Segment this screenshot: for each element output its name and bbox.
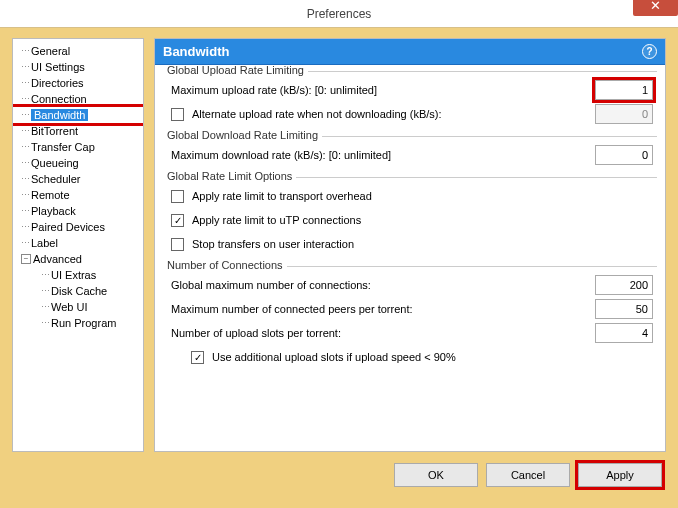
tree-item-remote[interactable]: ⋯Remote [13,187,143,203]
group-title-download: Global Download Rate Limiting [163,129,322,141]
tree-item-general[interactable]: ⋯General [13,43,143,59]
apply-button[interactable]: Apply [578,463,662,487]
tree-item-queueing[interactable]: ⋯Queueing [13,155,143,171]
tree-dots-icon: ⋯ [41,286,49,296]
close-icon: ✕ [650,0,661,13]
close-button[interactable]: ✕ [633,0,678,16]
limit-overhead-checkbox[interactable] [171,190,184,203]
extra-slots-checkbox[interactable]: ✓ [191,351,204,364]
tree-item-disk-cache[interactable]: ⋯Disk Cache [13,283,143,299]
tree-item-label[interactable]: ⋯Label [13,235,143,251]
alt-upload-label: Alternate upload rate when not downloadi… [192,108,591,120]
group-title-limits: Global Rate Limit Options [163,170,296,182]
tree-dots-icon: ⋯ [21,110,29,120]
tree-item-bandwidth[interactable]: ⋯Bandwidth [13,107,143,123]
extra-slots-label: Use additional upload slots if upload sp… [212,351,653,363]
dialog-footer: OK Cancel Apply [0,460,678,498]
ok-button[interactable]: OK [394,463,478,487]
tree-dots-icon: ⋯ [21,62,29,72]
limit-overhead-label: Apply rate limit to transport overhead [192,190,653,202]
tree-item-web-ui[interactable]: ⋯Web UI [13,299,143,315]
tree-dots-icon: ⋯ [41,318,49,328]
tree-dots-icon: ⋯ [21,46,29,56]
tree-item-bittorrent[interactable]: ⋯BitTorrent [13,123,143,139]
tree-dots-icon: ⋯ [21,142,29,152]
tree-item-scheduler[interactable]: ⋯Scheduler [13,171,143,187]
tree-item-playback[interactable]: ⋯Playback [13,203,143,219]
tree-dots-icon: ⋯ [21,158,29,168]
tree-item-directories[interactable]: ⋯Directories [13,75,143,91]
tree-dots-icon: ⋯ [21,126,29,136]
help-icon[interactable]: ? [642,44,657,59]
window-title: Preferences [0,7,678,21]
global-conn-label: Global maximum number of connections: [171,279,591,291]
max-download-label: Maximum download rate (kB/s): [0: unlimi… [171,149,591,161]
tree-dots-icon: ⋯ [21,94,29,104]
tree-item-advanced[interactable]: −Advanced [13,251,143,267]
tree-item-ui-extras[interactable]: ⋯UI Extras [13,267,143,283]
group-title-connections: Number of Connections [163,259,287,271]
tree-dots-icon: ⋯ [21,238,29,248]
panel-header: Bandwidth ? [155,39,665,65]
alt-upload-checkbox[interactable] [171,108,184,121]
limit-utp-label: Apply rate limit to uTP connections [192,214,653,226]
slots-label: Number of upload slots per torrent: [171,327,591,339]
tree-item-connection[interactable]: ⋯Connection [13,91,143,107]
title-bar: Preferences ✕ [0,0,678,28]
tree-item-transfer-cap[interactable]: ⋯Transfer Cap [13,139,143,155]
alt-upload-input [595,104,653,124]
tree-dots-icon: ⋯ [21,206,29,216]
max-upload-label: Maximum upload rate (kB/s): [0: unlimite… [171,84,591,96]
peers-input[interactable] [595,299,653,319]
tree-dots-icon: ⋯ [21,78,29,88]
group-upload: Global Upload Rate Limiting Maximum uplo… [163,71,657,130]
slots-input[interactable] [595,323,653,343]
tree-dots-icon: ⋯ [41,302,49,312]
tree-dots-icon: ⋯ [21,222,29,232]
tree-collapse-icon[interactable]: − [21,254,31,264]
global-conn-input[interactable] [595,275,653,295]
tree-item-paired-devices[interactable]: ⋯Paired Devices [13,219,143,235]
peers-label: Maximum number of connected peers per to… [171,303,591,315]
stop-on-interaction-checkbox[interactable] [171,238,184,251]
tree-dots-icon: ⋯ [21,174,29,184]
category-tree[interactable]: ⋯General ⋯UI Settings ⋯Directories ⋯Conn… [12,38,144,452]
max-download-input[interactable] [595,145,653,165]
tree-dots-icon: ⋯ [41,270,49,280]
cancel-button[interactable]: Cancel [486,463,570,487]
tree-item-run-program[interactable]: ⋯Run Program [13,315,143,331]
tree-dots-icon: ⋯ [21,190,29,200]
group-limits: Global Rate Limit Options Apply rate lim… [163,177,657,260]
group-title-upload: Global Upload Rate Limiting [163,65,308,76]
stop-on-interaction-label: Stop transfers on user interaction [192,238,653,250]
settings-panel: Bandwidth ? Global Upload Rate Limiting … [154,38,666,452]
limit-utp-checkbox[interactable]: ✓ [171,214,184,227]
tree-item-ui-settings[interactable]: ⋯UI Settings [13,59,143,75]
panel-title: Bandwidth [163,44,229,59]
group-connections: Number of Connections Global maximum num… [163,266,657,373]
max-upload-input[interactable] [595,80,653,100]
group-download: Global Download Rate Limiting Maximum do… [163,136,657,171]
